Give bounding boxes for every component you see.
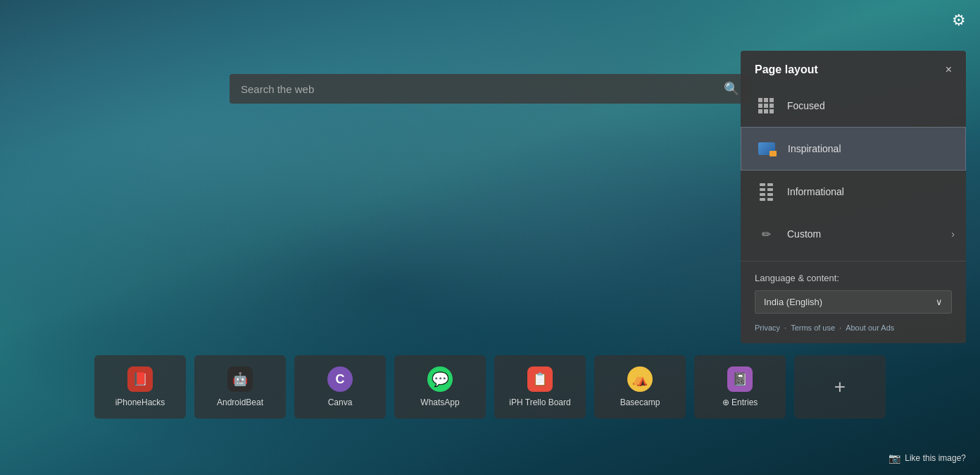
panel-title: Page layout: [755, 63, 818, 76]
pencil-icon: ✏: [758, 226, 774, 242]
camera-icon: 📷: [888, 452, 900, 464]
quick-link-iphonehacks[interactable]: 📕 iPhoneHacks: [94, 355, 186, 419]
layout-option-informational[interactable]: Informational: [741, 171, 966, 213]
settings-icon[interactable]: ⚙: [952, 11, 966, 30]
panel-close-button[interactable]: ×: [946, 63, 952, 76]
focused-label: Focused: [787, 100, 825, 111]
custom-label: Custom: [787, 228, 821, 240]
canva-icon: C: [327, 366, 353, 392]
focused-grid-icon: [758, 98, 774, 113]
layout-option-focused[interactable]: Focused: [741, 85, 966, 127]
entries-label: ⊕ Entries: [722, 397, 758, 407]
panel-header: Page layout ×: [741, 51, 966, 85]
page-layout-panel: Page layout × Focused Inspirational: [741, 51, 966, 343]
layout-option-inspirational[interactable]: Inspirational: [741, 127, 966, 171]
custom-icon: ✏: [755, 223, 777, 245]
privacy-link[interactable]: Privacy: [755, 323, 780, 332]
trello-icon: 📋: [527, 366, 553, 392]
iphonehacks-label: iPhoneHacks: [115, 397, 165, 407]
quick-link-canva[interactable]: C Canva: [294, 355, 386, 419]
canva-label: Canva: [328, 397, 353, 407]
quick-link-whatsapp[interactable]: 💬 WhatsApp: [394, 355, 486, 419]
inspirational-label: Inspirational: [788, 143, 841, 154]
basecamp-label: Basecamp: [620, 397, 660, 407]
whatsapp-label: WhatsApp: [420, 397, 459, 407]
quick-links-bar: 📕 iPhoneHacks 🤖 AndroidBeat C Canva 💬 Wh…: [94, 355, 886, 419]
trello-label: iPH Trello Board: [509, 397, 570, 407]
layout-option-custom[interactable]: ✏ Custom ›: [741, 213, 966, 255]
inspirational-graphic-icon: [757, 141, 777, 156]
quick-link-basecamp[interactable]: ⛺ Basecamp: [594, 355, 686, 419]
quick-link-entries[interactable]: 📓 ⊕ Entries: [694, 355, 786, 419]
footer-dot-1: ·: [784, 323, 786, 332]
custom-arrow-icon: ›: [951, 228, 955, 240]
add-quick-link-button[interactable]: +: [794, 355, 886, 419]
androidbeat-label: AndroidBeat: [217, 397, 263, 407]
basecamp-icon: ⛺: [627, 366, 653, 392]
inspirational-icon: [755, 137, 778, 160]
focused-icon: [755, 94, 777, 117]
informational-icon: [755, 180, 777, 203]
panel-divider: [741, 261, 966, 261]
informational-grid-icon: [760, 183, 773, 201]
informational-label: Informational: [787, 186, 844, 197]
quick-link-trello[interactable]: 📋 iPH Trello Board: [494, 355, 586, 419]
language-select[interactable]: India (English) ∨: [755, 290, 952, 314]
quick-link-androidbeat[interactable]: 🤖 AndroidBeat: [194, 355, 286, 419]
search-input[interactable]: [241, 83, 718, 95]
language-value: India (English): [764, 297, 822, 307]
terms-link[interactable]: Terms of use: [791, 323, 835, 332]
language-label: Language & content:: [755, 273, 952, 283]
chevron-down-icon: ∨: [936, 297, 943, 307]
search-bar: 🔍: [230, 74, 750, 104]
like-image-label[interactable]: Like this image?: [905, 453, 966, 463]
whatsapp-icon: 💬: [427, 366, 453, 392]
search-icon: 🔍: [724, 81, 739, 97]
ads-link[interactable]: About our Ads: [846, 323, 894, 332]
panel-footer: Privacy · Terms of use · About our Ads: [741, 314, 966, 332]
bottom-bar: 📷 Like this image?: [888, 452, 966, 464]
androidbeat-icon: 🤖: [227, 366, 253, 392]
footer-dot-2: ·: [839, 323, 841, 332]
entries-icon: 📓: [727, 366, 753, 392]
language-section: Language & content: India (English) ∨: [741, 267, 966, 314]
iphonehacks-icon: 📕: [127, 366, 153, 392]
